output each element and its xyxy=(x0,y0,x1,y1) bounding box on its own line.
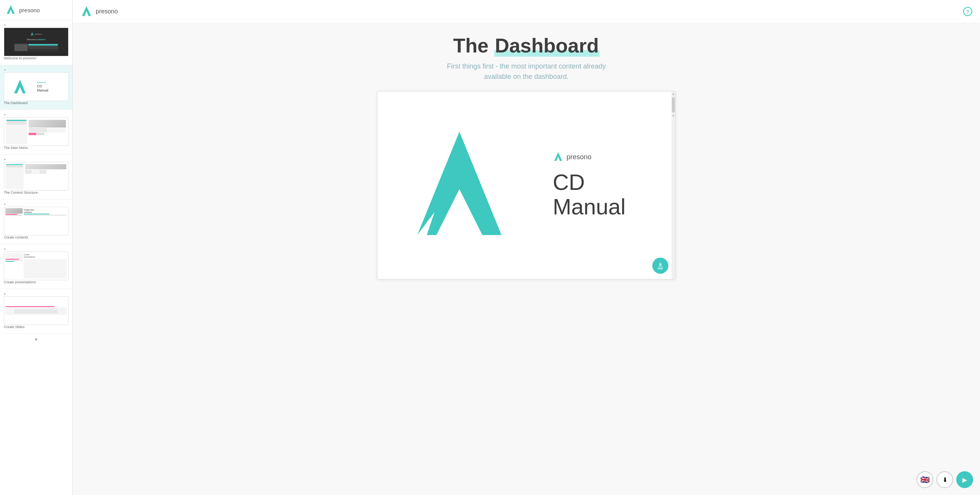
slide-thumb-1[interactable]: ● presono Welcome to presono! Welco xyxy=(0,20,72,65)
thumb-image-4 xyxy=(4,162,69,191)
pdf-download-button[interactable]: PDF xyxy=(652,258,668,274)
thumb-title-3: The Main Menu xyxy=(4,146,69,150)
thumb-image-3 xyxy=(4,117,69,146)
scroll-thumb[interactable] xyxy=(672,97,675,113)
thumb-number-2: ● xyxy=(4,68,69,72)
thumb-image-7 xyxy=(4,296,69,325)
title-part1: The xyxy=(453,34,494,57)
thumb-number-4: ● xyxy=(4,158,69,161)
header-logo: presono xyxy=(80,5,118,18)
bottom-controls: 🇬🇧 ⬇ ▶ xyxy=(916,471,973,488)
thumb-image-5: Create newcontents xyxy=(4,207,69,235)
pdf-download-icon xyxy=(658,262,663,267)
flag-icon: 🇬🇧 xyxy=(920,475,930,484)
cd-manual-slide: presono CD Manual xyxy=(377,91,675,279)
thumb-title-5: Create contents xyxy=(4,235,69,239)
thumb-number-5: ● xyxy=(4,203,69,206)
slide-thumb-2[interactable]: ● presono CDManual The Dashboard xyxy=(0,65,72,110)
main-header: presono ? xyxy=(73,0,980,23)
scroll-arrow-up[interactable]: ▲ xyxy=(672,92,675,96)
help-button[interactable]: ? xyxy=(963,7,972,16)
thumb-number-3: ● xyxy=(4,113,69,116)
cd-manual-left xyxy=(377,91,541,279)
main-area: presono ? The Dashboard First things fir… xyxy=(73,0,980,495)
slide-content-frame: ▲ ▼ xyxy=(377,91,676,279)
title-highlight: Dashboard xyxy=(494,34,600,57)
cd-manual-brand-name: presono xyxy=(567,153,591,161)
header-logo-text: presono xyxy=(96,8,118,15)
thumb-number-7: ● xyxy=(4,292,69,296)
slide-main-title: The Dashboard xyxy=(447,35,606,57)
language-button[interactable]: 🇬🇧 xyxy=(916,471,933,488)
thumb-title-4: The Content Structure xyxy=(4,191,69,194)
slide-thumb-3[interactable]: ● xyxy=(0,110,72,155)
thumb-image-6: Createpresentations xyxy=(4,252,69,280)
slide-thumb-7[interactable]: ● Create Slides xyxy=(0,289,72,334)
thumb-image-2: presono CDManual xyxy=(4,72,69,101)
slide-thumb-5[interactable]: ● Create newcontents Create contents xyxy=(0,199,72,244)
thumb-title-2: The Dashboard xyxy=(4,101,69,105)
download-button[interactable]: ⬇ xyxy=(936,471,953,488)
cd-title: CD Manual xyxy=(553,170,626,219)
header-logo-icon xyxy=(80,5,93,18)
next-icon: ▶ xyxy=(962,476,967,484)
download-icon: ⬇ xyxy=(942,476,947,484)
scroll-indicator: ▲ ▼ xyxy=(671,91,675,279)
slide-thumb-6[interactable]: ● Createpresentations Create presentatio… xyxy=(0,244,72,289)
cd-manual-right: presono CD Manual xyxy=(541,91,675,279)
slide-subtitle: First things first - the most important … xyxy=(447,61,606,82)
thumb-title-7: Create Slides xyxy=(4,325,69,329)
pdf-label: PDF xyxy=(658,267,663,270)
presono-brand-area: presono xyxy=(553,152,591,162)
thumb-title-6: Create presentations xyxy=(4,280,69,284)
presono-logo-icon xyxy=(5,5,16,15)
scroll-arrow-down[interactable]: ▼ xyxy=(672,114,675,118)
sidebar-scroll-down[interactable]: ▼ xyxy=(0,334,72,345)
thumb-image-1: presono Welcome to presono! xyxy=(4,28,69,56)
sidebar-header: presono xyxy=(0,0,72,20)
thumb-title-1: Welcome to presono! xyxy=(4,56,69,60)
slide-thumb-4[interactable]: ● The C xyxy=(0,155,72,199)
sidebar: presono ● presono Welcome to presono! xyxy=(0,0,73,495)
cd-manual-logo-large xyxy=(406,128,513,243)
svg-marker-2 xyxy=(31,33,34,36)
slide-title-section: The Dashboard First things first - the m… xyxy=(447,35,606,82)
thumb-number-1: ● xyxy=(4,23,69,27)
cd-manual-brand-icon xyxy=(553,152,564,162)
thumb-number-6: ● xyxy=(4,247,69,251)
sidebar-logo-text: presono xyxy=(19,7,40,13)
next-button[interactable]: ▶ xyxy=(956,471,973,488)
main-body: The Dashboard First things first - the m… xyxy=(73,23,980,495)
